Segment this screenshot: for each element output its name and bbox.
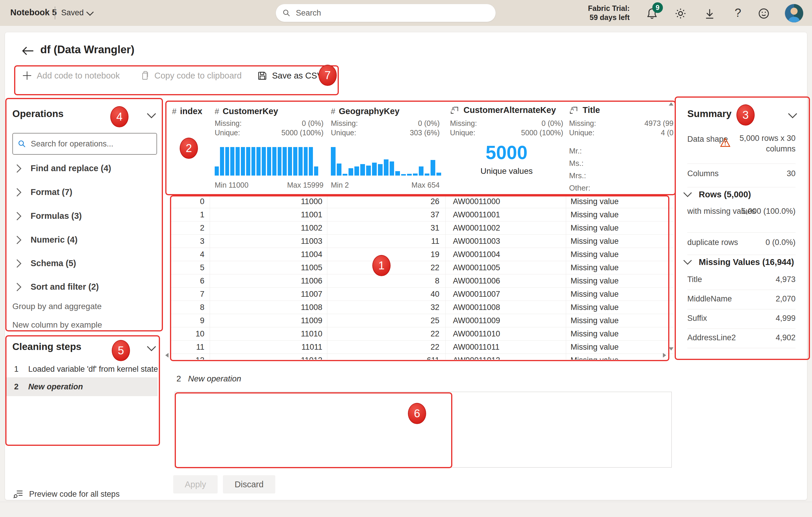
histogram-bar <box>360 164 365 176</box>
column-header-index[interactable]: # index <box>172 107 202 116</box>
table-cell: Missing value <box>566 195 673 208</box>
table-cell: 11006 <box>210 275 327 288</box>
save-status[interactable]: Saved <box>61 8 84 17</box>
operations-category-schema[interactable]: Schema (5) <box>15 258 76 268</box>
table-cell: 11002 <box>210 222 327 235</box>
grid-horizontal-scrollbar[interactable] <box>165 352 667 358</box>
table-cell: 32 <box>327 301 445 314</box>
operations-search-input[interactable] <box>30 139 152 149</box>
data-wrangler-window: Notebook 5 Saved Fabric Trial: 59 days l… <box>0 0 812 517</box>
table-row[interactable]: 101101022AW00011010Missing value <box>171 327 673 341</box>
table-row[interactable]: 21100231AW00011002Missing value <box>171 222 673 235</box>
operations-search[interactable] <box>12 133 157 155</box>
scroll-up-arrow[interactable] <box>669 102 673 106</box>
unique-values-count: 5000 <box>450 142 563 164</box>
operations-category-numeric[interactable]: Numeric (4) <box>15 235 78 245</box>
table-row[interactable]: 41100419AW00011004Missing value <box>171 248 673 261</box>
table-cell: 31 <box>327 222 445 235</box>
histogram-bar <box>314 167 318 176</box>
histogram-bar <box>257 147 261 176</box>
table-cell: AW00011001 <box>445 208 566 222</box>
back-arrow-icon[interactable] <box>22 46 34 56</box>
new-column-by-example-link[interactable]: New column by example <box>12 320 102 330</box>
grid-vertical-scrollbar[interactable] <box>668 102 673 354</box>
summary-collapse-chevron-icon[interactable] <box>788 113 798 118</box>
table-row[interactable]: 6110068AW00011006Missing value <box>171 275 673 288</box>
divider <box>687 232 795 233</box>
scroll-left-arrow[interactable] <box>165 353 169 357</box>
svg-text:A: A <box>571 107 574 111</box>
code-editor[interactable]: 1 Choose an operation to get started Cho… <box>175 392 672 468</box>
table-cell: 5 <box>171 261 210 275</box>
column-header-customerkey[interactable]: # CustomerKey <box>215 107 278 116</box>
global-search-input[interactable] <box>295 8 489 18</box>
table-cell: AW00011007 <box>445 288 566 301</box>
operations-title: Operations <box>12 108 63 119</box>
histogram-bar <box>348 168 353 176</box>
rows-section-header[interactable]: Rows (5,000) <box>683 190 751 199</box>
save-as-csv-button[interactable]: Save as CSV <box>257 70 323 81</box>
notebook-title[interactable]: Notebook 5 <box>10 8 57 17</box>
table-row[interactable]: 91100925AW00011009Missing value <box>171 314 673 327</box>
group-by-aggregate-link[interactable]: Group by and aggregate <box>12 302 102 311</box>
divider <box>687 309 795 309</box>
table-cell: 11010 <box>210 327 327 341</box>
table-cell: 22 <box>327 327 445 341</box>
download-icon[interactable] <box>703 8 716 20</box>
column-stat-missing: Missing:0 (0%) <box>450 119 563 127</box>
chevron-right-icon <box>15 282 22 292</box>
operations-category-format[interactable]: Format (7) <box>15 187 72 197</box>
copy-code-button[interactable]: Copy code to clipboard <box>140 70 242 81</box>
user-avatar[interactable] <box>785 4 804 23</box>
chevron-down-icon[interactable] <box>86 11 94 16</box>
histogram-bar <box>252 147 256 176</box>
histogram-bar <box>272 147 277 176</box>
scroll-right-arrow[interactable] <box>663 353 666 357</box>
feedback-smiley-icon[interactable] <box>758 7 770 20</box>
table-row[interactable]: 51100522AW00011005Missing value <box>171 261 673 275</box>
table-cell: AW00011009 <box>445 314 566 327</box>
cleaning-step-1[interactable]: 1 Loaded variable 'df' from kernel state <box>14 365 158 374</box>
discard-button[interactable]: Discard <box>223 475 275 493</box>
apply-button[interactable]: Apply <box>173 475 218 493</box>
operations-category-sort-filter[interactable]: Sort and filter (2) <box>15 282 99 292</box>
operations-category-find-replace[interactable]: Find and replace (4) <box>15 164 111 173</box>
operations-category-formulas[interactable]: Formulas (3) <box>15 211 82 221</box>
table-cell: 3 <box>171 235 210 248</box>
table-cell: 1 <box>171 208 210 222</box>
cleaning-step-2-selected[interactable]: 2 New operation <box>6 377 157 396</box>
table-row[interactable]: 111101122AW00011011Missing value <box>171 341 673 354</box>
table-cell: Missing value <box>566 222 673 235</box>
trial-status: Fabric Trial: 59 days left <box>588 4 630 22</box>
table-cell: AW00011003 <box>445 235 566 248</box>
table-cell: 11007 <box>210 288 327 301</box>
table-row[interactable]: 11100137AW00011001Missing value <box>171 208 673 222</box>
histogram-bar <box>419 167 424 176</box>
global-search[interactable] <box>276 4 496 22</box>
column-header-customeralternatekey[interactable]: A CustomerAlternateKey <box>450 105 556 115</box>
scroll-down-arrow[interactable] <box>669 347 673 350</box>
column-header-geographykey[interactable]: # GeographyKey <box>331 107 399 116</box>
histogram-bar <box>431 160 435 176</box>
add-code-to-notebook-button[interactable]: Add code to notebook <box>22 70 120 81</box>
table-cell: Missing value <box>566 288 673 301</box>
table-row[interactable]: 01100026AW00011000Missing value <box>171 195 673 208</box>
help-icon[interactable]: ? <box>735 6 741 20</box>
search-icon <box>282 8 291 17</box>
column-stat-missing: Missing:4973 (99 <box>569 119 673 127</box>
table-row[interactable]: 31100311AW00011003Missing value <box>171 235 673 248</box>
missing-item-label: MiddleName <box>687 293 732 304</box>
preview-code-all-steps-button[interactable]: Preview code for all steps <box>13 489 120 499</box>
table-cell: 19 <box>327 248 445 261</box>
missing-values-section-header[interactable]: Missing Values (16,944) <box>683 257 794 267</box>
table-row[interactable]: 81100832AW00011008Missing value <box>171 301 673 314</box>
column-header-title[interactable]: A Title <box>569 105 600 115</box>
histogram-bar <box>288 147 292 176</box>
cleaning-steps-collapse-chevron-icon[interactable] <box>146 346 156 351</box>
settings-gear-icon[interactable] <box>674 7 687 20</box>
operations-collapse-chevron-icon[interactable] <box>146 113 156 118</box>
data-grid[interactable]: 01100026AW00011000Missing value11100137A… <box>171 195 673 360</box>
table-row[interactable]: 71100740AW00011007Missing value <box>171 288 673 301</box>
cleaning-steps-title: Cleaning steps <box>12 341 82 352</box>
chevron-down-icon <box>683 259 692 265</box>
